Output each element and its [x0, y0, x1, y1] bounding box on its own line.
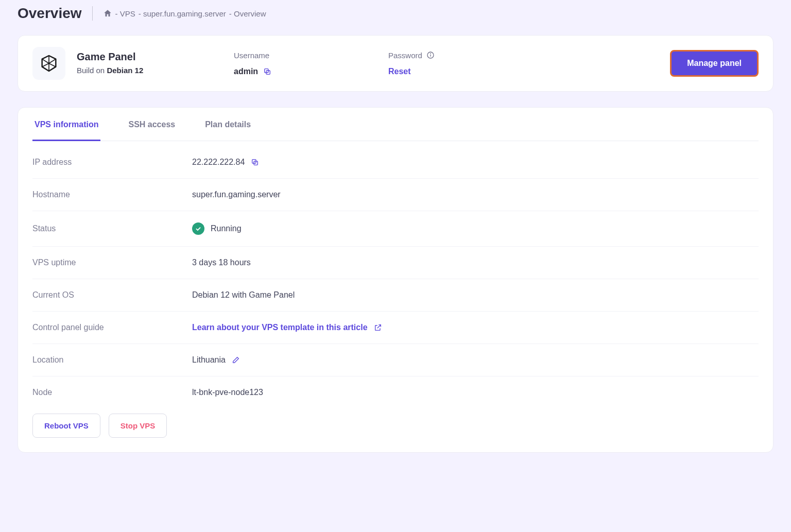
panel-name: Game Panel — [77, 51, 234, 63]
node-value: lt-bnk-pve-node123 — [192, 376, 759, 409]
copy-icon[interactable] — [263, 67, 271, 76]
copy-icon[interactable] — [251, 158, 259, 166]
stop-vps-button[interactable]: Stop VPS — [109, 414, 167, 438]
breadcrumb[interactable]: - VPS - super.fun.gaming.server - Overvi… — [103, 9, 266, 18]
table-row: Node lt-bnk-pve-node123 — [32, 376, 759, 409]
reset-password-link[interactable]: Reset — [388, 67, 659, 76]
ip-value: 22.222.222.84 — [192, 158, 245, 167]
home-icon[interactable] — [103, 9, 112, 18]
password-label: Password — [388, 51, 422, 60]
os-value: Debian 12 with Game Panel — [192, 279, 759, 312]
node-label: Node — [32, 376, 192, 409]
build-prefix: Build on — [77, 66, 107, 75]
guide-link-text: Learn about your VPS template in this ar… — [192, 323, 368, 332]
header-divider — [92, 6, 93, 21]
table-row: Hostname super.fun.gaming.server — [32, 179, 759, 211]
tab-plan-details[interactable]: Plan details — [203, 108, 253, 141]
uptime-label: VPS uptime — [32, 247, 192, 279]
guide-link[interactable]: Learn about your VPS template in this ar… — [192, 323, 759, 332]
page-title: Overview — [18, 5, 82, 22]
location-label: Location — [32, 344, 192, 376]
page-header: Overview - VPS - super.fun.gaming.server… — [18, 5, 773, 22]
table-row: Control panel guide Learn about your VPS… — [32, 312, 759, 344]
table-row: IP address 22.222.222.84 — [32, 146, 759, 179]
status-label: Status — [32, 211, 192, 247]
vps-info-table: IP address 22.222.222.84 Hostname super.… — [32, 146, 759, 408]
breadcrumb-vps: - VPS — [115, 9, 135, 18]
panel-summary-card: Game Panel Build on Debian 12 Username a… — [18, 35, 773, 92]
ip-label: IP address — [32, 146, 192, 179]
external-link-icon — [374, 323, 382, 332]
tab-ssh-access[interactable]: SSH access — [126, 108, 177, 141]
os-label: Current OS — [32, 279, 192, 312]
table-row: Current OS Debian 12 with Game Panel — [32, 279, 759, 312]
vps-actions: Reboot VPS Stop VPS — [32, 414, 759, 438]
uptime-value: 3 days 18 hours — [192, 247, 759, 279]
table-row: VPS uptime 3 days 18 hours — [32, 247, 759, 279]
game-panel-icon — [32, 47, 65, 80]
build-value: Debian 12 — [107, 66, 143, 75]
hostname-value: super.fun.gaming.server — [192, 179, 759, 211]
manage-panel-button[interactable]: Manage panel — [670, 50, 759, 77]
tab-vps-information[interactable]: VPS information — [32, 108, 100, 141]
info-icon[interactable] — [426, 51, 435, 59]
tabs: VPS information SSH access Plan details — [32, 108, 759, 141]
panel-build: Build on Debian 12 — [77, 66, 234, 75]
guide-label: Control panel guide — [32, 312, 192, 344]
status-check-icon — [192, 222, 204, 235]
vps-details-card: VPS information SSH access Plan details … — [18, 107, 773, 453]
edit-icon[interactable] — [232, 356, 240, 364]
reboot-vps-button[interactable]: Reboot VPS — [32, 414, 100, 438]
breadcrumb-host: - super.fun.gaming.server — [139, 9, 226, 18]
location-value: Lithuania — [192, 355, 226, 365]
table-row: Location Lithuania — [32, 344, 759, 376]
hostname-label: Hostname — [32, 179, 192, 211]
status-value: Running — [211, 224, 242, 233]
breadcrumb-current: - Overview — [229, 9, 266, 18]
table-row: Status Running — [32, 211, 759, 247]
svg-point-4 — [431, 54, 431, 54]
username-label: Username — [234, 51, 388, 60]
username-value: admin — [234, 67, 258, 76]
